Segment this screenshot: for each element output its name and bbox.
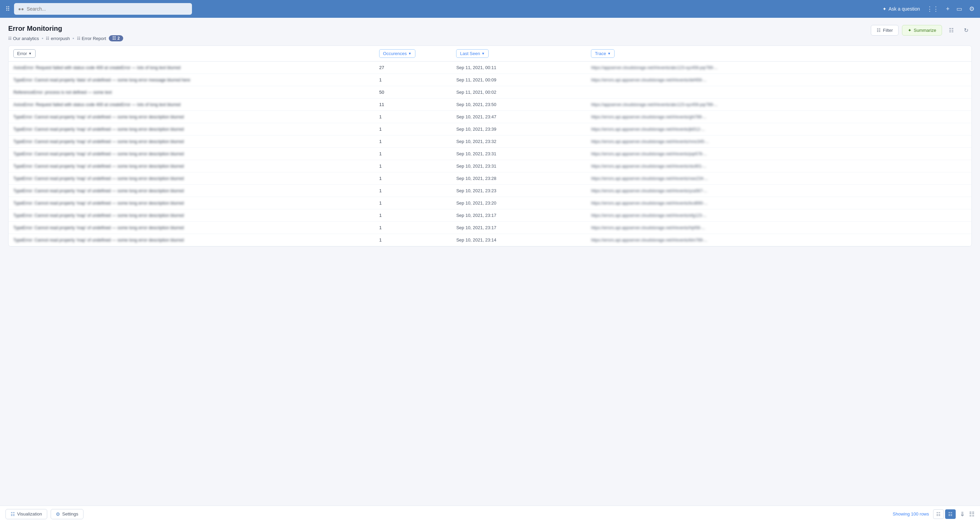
- filter-button-label: Filter: [883, 28, 893, 33]
- occurrences-column-header[interactable]: Occurences ▼: [379, 49, 415, 58]
- last-seen-cell-value: Sep 10, 2021, 23:14: [456, 237, 496, 243]
- ask-question-label: Ask a question: [889, 6, 920, 12]
- error-col-label: Error: [17, 51, 27, 56]
- filter-button[interactable]: ☷ Filter: [871, 25, 899, 36]
- trace-cell-text: https://errors.api.appserver.cloudstorag…: [591, 78, 706, 83]
- ask-question-button[interactable]: ✦ Ask a question: [883, 6, 920, 12]
- breadcrumb-errorpush[interactable]: ☷ errorpush: [46, 36, 70, 41]
- search-input[interactable]: [27, 6, 188, 12]
- summarize-button-label: Summarize: [914, 28, 936, 33]
- occurrences-cell-value: 1: [379, 213, 382, 218]
- table-row[interactable]: AxiosError: Request failed with status c…: [8, 98, 972, 111]
- table-row[interactable]: TypeError: Cannot read property 'map' of…: [8, 222, 972, 234]
- trace-cell-text: https://errors.api.appserver.cloudstorag…: [591, 176, 708, 181]
- occurrences-cell-value: 1: [379, 114, 382, 119]
- col-error: Error ▼: [8, 46, 374, 62]
- trace-cell-text: https://errors.api.appserver.cloudstorag…: [591, 201, 707, 206]
- table-row[interactable]: TypeError: Cannot read property 'data' o…: [8, 74, 972, 86]
- last-seen-cell-value: Sep 10, 2021, 23:17: [456, 213, 496, 218]
- last-seen-cell-value: Sep 10, 2021, 23:31: [456, 151, 496, 156]
- table-row[interactable]: TypeError: Cannot read property 'map' of…: [8, 123, 972, 135]
- trace-cell-text: https://errors.api.appserver.cloudstorag…: [591, 164, 706, 169]
- occurrences-cell-value: 1: [379, 200, 382, 206]
- fullscreen-icon[interactable]: ▭: [956, 5, 962, 13]
- plus-icon: ✦: [883, 6, 886, 12]
- trace-cell-text: https://errors.api.appserver.cloudstorag…: [591, 139, 709, 144]
- occurrences-cell-value: 1: [379, 237, 382, 243]
- last-seen-cell-value: Sep 11, 2021, 00:02: [456, 90, 496, 95]
- breadcrumb-separator-1: •: [42, 36, 43, 41]
- chevron-down-icon-last: ▼: [482, 52, 485, 56]
- table-row[interactable]: AxiosError: Request failed with status c…: [8, 62, 972, 74]
- grid-small-icon: ☷: [77, 36, 80, 41]
- trace-cell-text: https://errors.api.appserver.cloudstorag…: [591, 127, 705, 132]
- col-occurrences: Occurences ▼: [374, 46, 451, 62]
- table-row[interactable]: TypeError: Cannot read property 'map' of…: [8, 185, 972, 197]
- header-actions: ☷ Filter ✦ Summarize ☷ ↻: [871, 25, 972, 36]
- error-column-header[interactable]: Error ▼: [13, 49, 36, 58]
- main-content: Error Monitoring ☷ Our analytics • ☷ err…: [0, 18, 980, 254]
- last-seen-cell-value: Sep 10, 2021, 23:47: [456, 114, 496, 119]
- settings-icon[interactable]: ⚙: [969, 5, 975, 13]
- occurrences-col-label: Occurences: [383, 51, 407, 56]
- breadcrumb-analytics[interactable]: ☷ Our analytics: [8, 36, 39, 41]
- chevron-down-icon-trace: ▼: [608, 52, 611, 56]
- breadcrumb-analytics-label: Our analytics: [13, 36, 39, 41]
- data-table: Error ▼ Occurences ▼ Last Seen ▼: [8, 46, 972, 246]
- table-header-row: Error ▼ Occurences ▼ Last Seen ▼: [8, 46, 972, 62]
- occurrences-cell-value: 1: [379, 151, 382, 156]
- last-seen-cell-value: Sep 10, 2021, 23:17: [456, 225, 496, 230]
- table-row[interactable]: TypeError: Cannot read property 'map' of…: [8, 148, 972, 160]
- add-icon[interactable]: +: [946, 5, 950, 13]
- last-seen-cell-value: Sep 10, 2021, 23:50: [456, 102, 496, 107]
- last-seen-column-header[interactable]: Last Seen ▼: [456, 49, 488, 58]
- table-row[interactable]: ReferenceError: process is not defined —…: [8, 86, 972, 98]
- error-cell-text: TypeError: Cannot read property 'map' of…: [13, 225, 184, 230]
- apps-grid-icon[interactable]: ⋮⋮: [927, 5, 939, 13]
- table-row[interactable]: TypeError: Cannot read property 'map' of…: [8, 234, 972, 246]
- table-row[interactable]: TypeError: Cannot read property 'map' of…: [8, 172, 972, 185]
- chevron-down-icon-occ: ▼: [408, 52, 412, 56]
- error-cell-text: AxiosError: Request failed with status c…: [13, 65, 180, 70]
- table-row[interactable]: TypeError: Cannot read property 'map' of…: [8, 197, 972, 209]
- trace-cell-text: https://appserver.cloudstorage.net/#/eve…: [591, 65, 718, 70]
- last-seen-cell-value: Sep 11, 2021, 00:09: [456, 77, 496, 83]
- breadcrumb-errorpush-label: errorpush: [51, 36, 70, 41]
- list-icon: ☷: [46, 36, 49, 41]
- error-cell-text: ReferenceError: process is not defined —…: [13, 90, 112, 95]
- table-row[interactable]: TypeError: Cannot read property 'map' of…: [8, 111, 972, 123]
- error-cell-text: TypeError: Cannot read property 'map' of…: [13, 201, 184, 206]
- table-row[interactable]: TypeError: Cannot read property 'map' of…: [8, 209, 972, 222]
- last-seen-cell-value: Sep 10, 2021, 23:28: [456, 176, 496, 181]
- last-seen-cell-value: Sep 11, 2021, 00:11: [456, 65, 496, 70]
- summarize-button[interactable]: ✦ Summarize: [902, 25, 942, 36]
- last-seen-cell-value: Sep 10, 2021, 23:23: [456, 188, 496, 193]
- table-row[interactable]: TypeError: Cannot read property 'map' of…: [8, 135, 972, 148]
- table-row[interactable]: TypeError: Cannot read property 'map' of…: [8, 160, 972, 172]
- chevron-down-icon: ▼: [29, 52, 32, 56]
- occurrences-cell-value: 1: [379, 225, 382, 230]
- filter-badge[interactable]: ☷ 2: [109, 35, 123, 41]
- last-seen-cell-value: Sep 10, 2021, 23:31: [456, 163, 496, 169]
- table-container: Error ▼ Occurences ▼ Last Seen ▼: [8, 46, 972, 247]
- apps-icon[interactable]: ⠿: [5, 5, 10, 13]
- breadcrumb: ☷ Our analytics • ☷ errorpush • ☷ Error …: [8, 35, 123, 41]
- topnav: ⠿ ●● ✦ Ask a question ⋮⋮ + ▭ ⚙: [0, 0, 980, 18]
- columns-button[interactable]: ☷: [945, 25, 957, 36]
- occurrences-cell-value: 1: [379, 163, 382, 169]
- occurrences-cell-value: 1: [379, 176, 382, 181]
- col-trace: Trace ▼: [586, 46, 972, 62]
- refresh-button[interactable]: ↻: [961, 25, 972, 36]
- last-seen-cell-value: Sep 10, 2021, 23:39: [456, 127, 496, 132]
- occurrences-cell-value: 50: [379, 90, 384, 95]
- occurrences-cell-value: 11: [379, 102, 384, 107]
- trace-column-header[interactable]: Trace ▼: [591, 49, 614, 58]
- search-icon: ●●: [18, 6, 24, 12]
- table-body: AxiosError: Request failed with status c…: [8, 62, 972, 246]
- trace-col-label: Trace: [595, 51, 606, 56]
- occurrences-cell-value: 1: [379, 188, 382, 193]
- trace-cell-text: https://errors.api.appserver.cloudstorag…: [591, 238, 707, 243]
- occurrences-cell-value: 1: [379, 139, 382, 144]
- breadcrumb-errorreport[interactable]: ☷ Error Report: [77, 36, 107, 41]
- error-cell-text: TypeError: Cannot read property 'map' of…: [13, 238, 184, 243]
